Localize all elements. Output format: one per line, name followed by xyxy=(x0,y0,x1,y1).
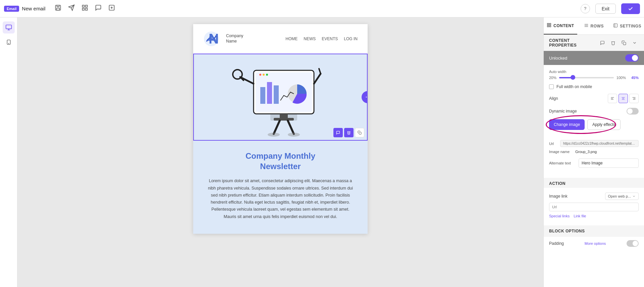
send-icon[interactable] xyxy=(68,4,75,13)
slider-thumb xyxy=(571,75,575,80)
company-name: Company Name xyxy=(226,33,243,44)
nav-login[interactable]: LOG IN xyxy=(344,37,358,41)
right-panel: CONTENT ROWS SETTINGS CONTENT PROPERTIES xyxy=(543,17,644,287)
mobile-view-button[interactable] xyxy=(3,36,15,48)
special-links-link[interactable]: Special links xyxy=(549,214,570,218)
delete-prop-button[interactable] xyxy=(609,39,617,47)
auto-width-label: Auto width xyxy=(549,70,639,74)
svg-rect-19 xyxy=(260,87,265,104)
dynamic-toggle-knob xyxy=(627,109,633,114)
nav-home[interactable]: HOME xyxy=(285,37,298,41)
link-file-link[interactable]: Link file xyxy=(574,214,586,218)
main-layout: N Company Name HOME NEWS EVENTS LOG IN xyxy=(0,17,644,287)
dynamic-image-label: Dynamic image xyxy=(549,109,577,114)
url-label-text: Url xyxy=(549,142,557,146)
comment-icon[interactable] xyxy=(95,4,102,13)
svg-line-31 xyxy=(288,121,294,134)
align-buttons xyxy=(608,94,639,103)
svg-point-16 xyxy=(259,74,261,76)
svg-rect-35 xyxy=(359,132,362,135)
grid-icon[interactable] xyxy=(82,4,88,13)
width-min: 20% xyxy=(549,76,556,80)
width-slider-row: 20% 100% 45% xyxy=(549,76,639,80)
image-link-row: Image link Open web p... xyxy=(549,193,639,200)
copy-row-button[interactable] xyxy=(355,128,364,137)
align-center-button[interactable] xyxy=(619,94,628,103)
tab-content[interactable]: CONTENT xyxy=(544,17,577,34)
padding-toggle[interactable] xyxy=(627,240,639,247)
tab-rows[interactable]: ROWS xyxy=(577,17,611,34)
block-options-title: BLOCK OPTIONS xyxy=(549,229,585,233)
width-slider[interactable] xyxy=(559,77,614,78)
panel-content: CONTENT PROPERTIES xyxy=(544,35,644,287)
save-icon[interactable] xyxy=(55,4,61,13)
svg-rect-3 xyxy=(86,5,88,7)
topbar-left: Email New email xyxy=(4,6,45,12)
padding-label: Padding xyxy=(549,241,564,246)
add-element-icon[interactable] xyxy=(108,4,115,13)
delete-row-button[interactable] xyxy=(344,128,354,137)
settings-tab-icon xyxy=(613,23,618,29)
add-section-button[interactable]: + xyxy=(362,91,368,103)
align-right-button[interactable] xyxy=(629,94,639,103)
chevron-down-icon xyxy=(632,195,636,198)
help-button[interactable]: ? xyxy=(581,4,590,13)
svg-point-32 xyxy=(268,133,280,137)
tab-content-label: CONTENT xyxy=(553,23,574,28)
svg-rect-43 xyxy=(614,24,618,27)
topbar-title: New email xyxy=(22,6,45,11)
svg-point-17 xyxy=(263,74,265,76)
full-width-row: Full width on mobile xyxy=(549,84,639,89)
align-left-button[interactable] xyxy=(608,94,617,103)
svg-rect-21 xyxy=(274,85,279,104)
svg-rect-37 xyxy=(549,23,551,25)
nav-links: HOME NEWS EVENTS LOG IN xyxy=(285,37,358,41)
dynamic-image-row: Dynamic image xyxy=(549,108,639,115)
nav-news[interactable]: NEWS xyxy=(304,37,316,41)
url-input[interactable] xyxy=(549,203,639,211)
rows-tab-icon xyxy=(584,23,589,29)
image-name-value: Group_3.png xyxy=(575,150,597,154)
email-preview: N Company Name HOME NEWS EVENTS LOG IN xyxy=(193,24,368,234)
panel-body: Auto width 20% 100% 45% Full width on xyxy=(544,65,644,178)
desktop-view-button[interactable] xyxy=(3,21,15,33)
image-name-label: Image name xyxy=(549,150,573,154)
full-width-checkbox[interactable] xyxy=(549,84,554,89)
svg-line-30 xyxy=(274,121,280,134)
svg-point-33 xyxy=(288,133,300,137)
copy-prop-button[interactable] xyxy=(620,39,628,47)
svg-rect-5 xyxy=(86,8,88,10)
unlocked-toggle[interactable] xyxy=(625,54,639,62)
newsletter-body: Lorem ipsum dolor sit amet, consectetur … xyxy=(207,177,354,220)
logo-area: N Company Name xyxy=(203,31,243,47)
save-button[interactable] xyxy=(621,3,640,14)
more-options-link[interactable]: More options xyxy=(585,241,606,245)
svg-point-9 xyxy=(8,43,9,44)
svg-rect-36 xyxy=(547,23,549,25)
action-title: ACTION xyxy=(549,181,566,186)
padding-row: Padding More options xyxy=(544,237,644,250)
device-sidebar xyxy=(0,17,17,287)
hero-section[interactable]: + xyxy=(193,54,368,141)
dynamic-image-toggle[interactable] xyxy=(627,108,639,115)
alt-text-input[interactable] xyxy=(579,158,639,168)
change-image-button[interactable]: Change image xyxy=(549,119,585,130)
svg-rect-2 xyxy=(83,5,85,7)
tab-settings[interactable]: SETTINGS xyxy=(610,17,644,34)
n-logo: N xyxy=(207,31,223,47)
apply-effects-button[interactable]: Apply effects xyxy=(587,119,620,130)
action-section-header: ACTION xyxy=(544,178,644,188)
exit-button[interactable]: Exit xyxy=(595,4,616,14)
svg-text:N: N xyxy=(209,31,219,47)
image-link-dropdown[interactable]: Open web p... xyxy=(605,193,639,200)
comment-row-button[interactable] xyxy=(333,128,343,137)
comment-prop-button[interactable] xyxy=(598,39,606,47)
nav-events[interactable]: EVENTS xyxy=(322,37,338,41)
email-header: N Company Name HOME NEWS EVENTS LOG IN xyxy=(193,24,368,54)
content-properties-header: CONTENT PROPERTIES xyxy=(544,35,644,51)
svg-rect-45 xyxy=(623,42,626,45)
svg-line-28 xyxy=(314,74,321,84)
expand-prop-button[interactable] xyxy=(631,39,639,47)
tab-rows-label: ROWS xyxy=(591,24,604,28)
image-buttons-row: Change image Apply effects xyxy=(549,119,639,130)
